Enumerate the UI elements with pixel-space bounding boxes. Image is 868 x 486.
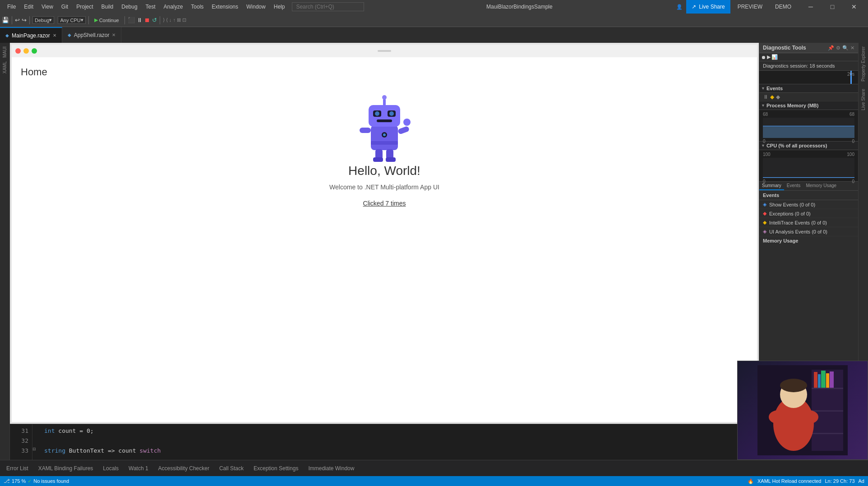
memory-section-header[interactable]: ▼ Process Memory (MB) [759,101,858,110]
menu-git[interactable]: Git [58,3,72,11]
search-input[interactable] [292,2,364,11]
cpu-max-left: 100 [763,152,771,157]
stop-icon[interactable]: ⏹ [144,17,150,23]
memory-chart [763,118,854,138]
event-item-ui-analysis[interactable]: ◈ UI Analysis Events (0 of 0) [759,227,858,236]
svg-rect-24 [814,372,817,388]
diagnostic-toolbar: ⏺ ▶ 📊 [759,53,858,61]
svg-point-31 [780,379,807,392]
cpu-mode-label: Any CPU [60,18,80,23]
cpu-chart-area: 100 100 0 0 [759,150,858,182]
toolbar-save-icon[interactable]: 💾 [2,17,9,23]
preview-container: Home [10,43,759,424]
event-item-show[interactable]: ◈ Show Events (0 of 0) [759,200,858,209]
left-sidebar-xaml[interactable]: XAML [1,60,8,75]
preview-minimize-btn[interactable] [23,48,29,54]
code-text[interactable]: int count = 0 ; string ButtonText => cou… [41,424,759,460]
bottom-tab-call-stack[interactable]: Call Stack [215,463,248,473]
event-item-exceptions[interactable]: ◆ Exceptions (0 of 0) [759,209,858,218]
preview-maximize-btn[interactable] [32,48,37,54]
status-issues[interactable]: No issues found [33,478,69,484]
diag-zoom-in-icon[interactable]: 🔍 [842,45,849,51]
close-button[interactable]: ✕ [844,0,864,14]
toolbar-undo-icon[interactable]: ↩ [15,17,20,23]
cpu-min-labels: 0 0 [763,179,854,184]
status-zoom[interactable]: 175 % [12,478,26,484]
menu-extensions[interactable]: Extensions [208,3,242,11]
maximize-button[interactable]: □ [822,0,843,14]
menu-tools[interactable]: Tools [187,3,207,11]
menu-build[interactable]: Build [98,3,117,11]
toolbar-redo-icon[interactable]: ↪ [22,17,27,23]
preview-nav-strip [378,50,391,52]
debug-mode-arrow: ▾ [49,17,52,23]
tab-appshell-icon: ◆ [68,32,71,37]
tab-appshell-close[interactable]: ✕ [112,32,115,37]
app-title: MauiBlazorBindingsSample [368,4,671,10]
diag-close-icon[interactable]: ✕ [850,45,854,51]
right-sidebar-live-share[interactable]: Live Share [860,87,867,112]
bottom-tab-locals[interactable]: Locals [98,463,123,473]
token-count-decl: count = [55,426,86,436]
bottom-tab-xaml-binding[interactable]: XAML Binding Failures [34,463,98,473]
continue-button[interactable]: ▶ Continue [92,16,122,24]
minimize-button[interactable]: ─ [800,0,821,14]
memory-chart-fill [763,126,854,138]
step-over-icon[interactable]: ⬛ [128,17,135,23]
cpu-max-right: 100 [847,152,854,157]
demo-button[interactable]: DEMO [770,0,797,14]
memory-usage-title: Memory Usage [759,236,858,245]
tab-mainpage-close[interactable]: ✕ [53,33,56,38]
svg-rect-1 [369,105,400,127]
pause-icon[interactable]: ⏸ [763,94,768,100]
tab-mainpage[interactable]: ◆ MainPage.razor ✕ [0,27,62,43]
memory-section-title: Process Memory (MB) [766,103,819,108]
event-item-intellitrace[interactable]: ◆ IntelliTrace Events (0 of 0) [759,218,858,227]
menu-file[interactable]: File [4,3,19,11]
menu-edit[interactable]: Edit [20,3,37,11]
preview-close-btn[interactable] [15,48,21,54]
left-sidebar-maui[interactable]: MAUI [1,45,8,60]
menu-project[interactable]: Project [73,3,97,11]
live-share-button[interactable]: ↗ Live Share [686,0,730,14]
diag-pin-icon[interactable]: 📌 [828,45,834,51]
memory-collapse-icon: ▼ [761,103,765,108]
diamond-icon[interactable]: ◆ [770,94,774,100]
menu-debug[interactable]: Debug [118,3,141,11]
bottom-tab-accessibility[interactable]: Accessibility Checker [154,463,214,473]
continue-label: Continue [99,18,119,23]
bottom-tab-error-list[interactable]: Error List [2,463,33,473]
status-position[interactable]: Ln: 29 Ch: 73 [825,478,854,484]
live-share-person-icon[interactable]: 👤 [674,3,684,11]
event-ui-icon: ◈ [763,229,766,234]
code-line-33: string ButtonText => count switch [44,446,755,456]
status-left-section: ⎇ 175 % ✓ No issues found [4,478,69,484]
tab-mainpage-label: MainPage.razor [12,32,50,39]
cpu-mode-selector[interactable]: Any CPU ▾ [58,16,85,24]
diag-record-icon[interactable]: ⏺ [761,55,766,60]
restart-icon[interactable]: ↺ [152,17,157,23]
menu-help[interactable]: Help [270,3,289,11]
diamond2-icon[interactable]: ◆ [776,94,780,100]
bottom-tab-watch1[interactable]: Watch 1 [124,463,153,473]
step-in-icon[interactable]: ⏸ [137,17,143,23]
bottom-tab-exception-settings[interactable]: Exception Settings [249,463,303,473]
clicked-times-text[interactable]: Clicked 7 times [363,200,406,207]
event-show-icon: ◈ [763,202,766,207]
preview-app-content: Home [12,57,757,419]
tab-appshell[interactable]: ◆ AppShell.razor ✕ [62,27,122,43]
menu-view[interactable]: View [38,3,57,11]
events-section-header[interactable]: ▼ Events [759,84,858,93]
bottom-tab-immediate[interactable]: Immediate Window [304,463,359,473]
menu-analyze[interactable]: Analyze [160,3,187,11]
menu-test[interactable]: Test [142,3,159,11]
right-sidebar-property[interactable]: Property Explorer [860,45,867,83]
diag-settings-icon[interactable]: ⚙ [836,45,840,51]
svg-point-33 [800,410,818,424]
preview-button[interactable]: PREVIEW [732,0,768,14]
live-share-icon: ↗ [692,4,696,10]
menu-window[interactable]: Window [243,3,269,11]
debug-mode-selector[interactable]: Debug ▾ [32,16,54,24]
diag-chart-icon[interactable]: 📊 [771,54,778,60]
diag-play-icon[interactable]: ▶ [767,54,771,60]
